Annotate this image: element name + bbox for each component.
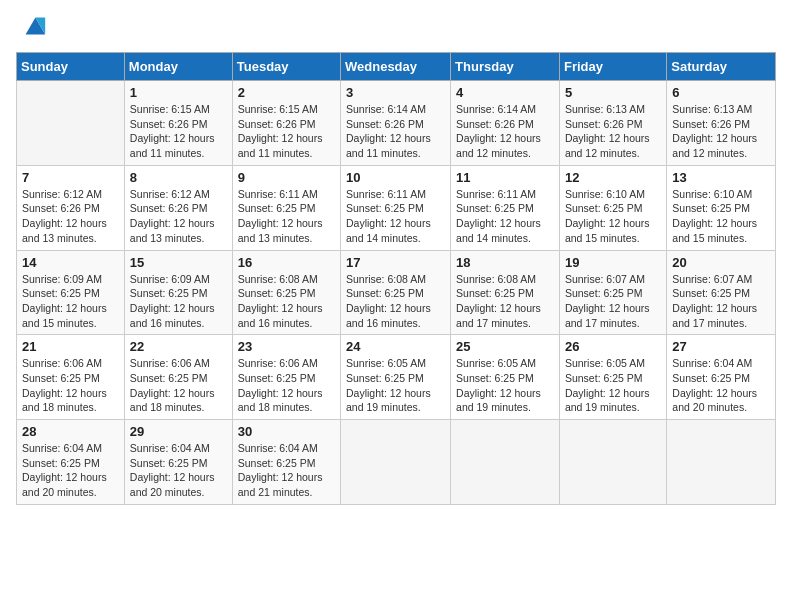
day-number: 16	[238, 255, 335, 270]
day-number: 7	[22, 170, 119, 185]
calendar-cell: 25Sunrise: 6:05 AM Sunset: 6:25 PM Dayli…	[451, 335, 560, 420]
calendar-cell: 27Sunrise: 6:04 AM Sunset: 6:25 PM Dayli…	[667, 335, 776, 420]
day-info: Sunrise: 6:09 AM Sunset: 6:25 PM Dayligh…	[22, 272, 119, 331]
day-info: Sunrise: 6:08 AM Sunset: 6:25 PM Dayligh…	[238, 272, 335, 331]
header-sunday: Sunday	[17, 53, 125, 81]
calendar-cell: 17Sunrise: 6:08 AM Sunset: 6:25 PM Dayli…	[341, 250, 451, 335]
day-number: 24	[346, 339, 445, 354]
day-number: 26	[565, 339, 661, 354]
logo	[16, 16, 48, 40]
calendar-cell: 8Sunrise: 6:12 AM Sunset: 6:26 PM Daylig…	[124, 165, 232, 250]
calendar-cell: 1Sunrise: 6:15 AM Sunset: 6:26 PM Daylig…	[124, 81, 232, 166]
calendar-cell: 22Sunrise: 6:06 AM Sunset: 6:25 PM Dayli…	[124, 335, 232, 420]
calendar-cell: 14Sunrise: 6:09 AM Sunset: 6:25 PM Dayli…	[17, 250, 125, 335]
day-info: Sunrise: 6:05 AM Sunset: 6:25 PM Dayligh…	[456, 356, 554, 415]
day-info: Sunrise: 6:04 AM Sunset: 6:25 PM Dayligh…	[238, 441, 335, 500]
day-number: 29	[130, 424, 227, 439]
calendar-week-3: 14Sunrise: 6:09 AM Sunset: 6:25 PM Dayli…	[17, 250, 776, 335]
day-info: Sunrise: 6:11 AM Sunset: 6:25 PM Dayligh…	[456, 187, 554, 246]
calendar-cell: 15Sunrise: 6:09 AM Sunset: 6:25 PM Dayli…	[124, 250, 232, 335]
day-number: 30	[238, 424, 335, 439]
calendar-cell	[451, 420, 560, 505]
calendar-cell: 18Sunrise: 6:08 AM Sunset: 6:25 PM Dayli…	[451, 250, 560, 335]
day-info: Sunrise: 6:14 AM Sunset: 6:26 PM Dayligh…	[346, 102, 445, 161]
calendar-cell: 19Sunrise: 6:07 AM Sunset: 6:25 PM Dayli…	[559, 250, 666, 335]
calendar-cell: 20Sunrise: 6:07 AM Sunset: 6:25 PM Dayli…	[667, 250, 776, 335]
day-info: Sunrise: 6:15 AM Sunset: 6:26 PM Dayligh…	[238, 102, 335, 161]
calendar-cell: 11Sunrise: 6:11 AM Sunset: 6:25 PM Dayli…	[451, 165, 560, 250]
day-info: Sunrise: 6:11 AM Sunset: 6:25 PM Dayligh…	[238, 187, 335, 246]
calendar-cell	[559, 420, 666, 505]
day-info: Sunrise: 6:14 AM Sunset: 6:26 PM Dayligh…	[456, 102, 554, 161]
day-info: Sunrise: 6:07 AM Sunset: 6:25 PM Dayligh…	[565, 272, 661, 331]
calendar-cell	[667, 420, 776, 505]
day-number: 27	[672, 339, 770, 354]
calendar-cell	[17, 81, 125, 166]
day-info: Sunrise: 6:13 AM Sunset: 6:26 PM Dayligh…	[672, 102, 770, 161]
day-info: Sunrise: 6:05 AM Sunset: 6:25 PM Dayligh…	[346, 356, 445, 415]
day-info: Sunrise: 6:12 AM Sunset: 6:26 PM Dayligh…	[130, 187, 227, 246]
day-number: 11	[456, 170, 554, 185]
calendar-cell: 26Sunrise: 6:05 AM Sunset: 6:25 PM Dayli…	[559, 335, 666, 420]
day-info: Sunrise: 6:08 AM Sunset: 6:25 PM Dayligh…	[456, 272, 554, 331]
day-info: Sunrise: 6:15 AM Sunset: 6:26 PM Dayligh…	[130, 102, 227, 161]
day-info: Sunrise: 6:04 AM Sunset: 6:25 PM Dayligh…	[130, 441, 227, 500]
day-number: 18	[456, 255, 554, 270]
calendar-cell: 23Sunrise: 6:06 AM Sunset: 6:25 PM Dayli…	[232, 335, 340, 420]
day-number: 28	[22, 424, 119, 439]
day-info: Sunrise: 6:04 AM Sunset: 6:25 PM Dayligh…	[22, 441, 119, 500]
calendar-table: SundayMondayTuesdayWednesdayThursdayFrid…	[16, 52, 776, 505]
calendar-cell: 10Sunrise: 6:11 AM Sunset: 6:25 PM Dayli…	[341, 165, 451, 250]
day-number: 2	[238, 85, 335, 100]
day-number: 3	[346, 85, 445, 100]
day-number: 8	[130, 170, 227, 185]
calendar-cell: 3Sunrise: 6:14 AM Sunset: 6:26 PM Daylig…	[341, 81, 451, 166]
calendar-week-5: 28Sunrise: 6:04 AM Sunset: 6:25 PM Dayli…	[17, 420, 776, 505]
header-wednesday: Wednesday	[341, 53, 451, 81]
day-info: Sunrise: 6:07 AM Sunset: 6:25 PM Dayligh…	[672, 272, 770, 331]
day-info: Sunrise: 6:05 AM Sunset: 6:25 PM Dayligh…	[565, 356, 661, 415]
calendar-week-4: 21Sunrise: 6:06 AM Sunset: 6:25 PM Dayli…	[17, 335, 776, 420]
day-number: 12	[565, 170, 661, 185]
calendar-cell: 9Sunrise: 6:11 AM Sunset: 6:25 PM Daylig…	[232, 165, 340, 250]
header-saturday: Saturday	[667, 53, 776, 81]
day-number: 9	[238, 170, 335, 185]
header-tuesday: Tuesday	[232, 53, 340, 81]
day-number: 4	[456, 85, 554, 100]
header-friday: Friday	[559, 53, 666, 81]
calendar-cell: 30Sunrise: 6:04 AM Sunset: 6:25 PM Dayli…	[232, 420, 340, 505]
day-info: Sunrise: 6:10 AM Sunset: 6:25 PM Dayligh…	[672, 187, 770, 246]
day-info: Sunrise: 6:08 AM Sunset: 6:25 PM Dayligh…	[346, 272, 445, 331]
day-number: 14	[22, 255, 119, 270]
day-number: 23	[238, 339, 335, 354]
day-info: Sunrise: 6:04 AM Sunset: 6:25 PM Dayligh…	[672, 356, 770, 415]
day-info: Sunrise: 6:11 AM Sunset: 6:25 PM Dayligh…	[346, 187, 445, 246]
day-number: 10	[346, 170, 445, 185]
calendar-cell: 4Sunrise: 6:14 AM Sunset: 6:26 PM Daylig…	[451, 81, 560, 166]
calendar-week-2: 7Sunrise: 6:12 AM Sunset: 6:26 PM Daylig…	[17, 165, 776, 250]
page-header	[16, 16, 776, 40]
calendar-cell: 13Sunrise: 6:10 AM Sunset: 6:25 PM Dayli…	[667, 165, 776, 250]
day-number: 6	[672, 85, 770, 100]
header-thursday: Thursday	[451, 53, 560, 81]
day-number: 22	[130, 339, 227, 354]
calendar-cell: 29Sunrise: 6:04 AM Sunset: 6:25 PM Dayli…	[124, 420, 232, 505]
day-number: 21	[22, 339, 119, 354]
day-number: 5	[565, 85, 661, 100]
calendar-cell: 16Sunrise: 6:08 AM Sunset: 6:25 PM Dayli…	[232, 250, 340, 335]
calendar-cell: 5Sunrise: 6:13 AM Sunset: 6:26 PM Daylig…	[559, 81, 666, 166]
day-info: Sunrise: 6:06 AM Sunset: 6:25 PM Dayligh…	[130, 356, 227, 415]
day-number: 17	[346, 255, 445, 270]
day-number: 20	[672, 255, 770, 270]
calendar-cell: 6Sunrise: 6:13 AM Sunset: 6:26 PM Daylig…	[667, 81, 776, 166]
day-number: 13	[672, 170, 770, 185]
calendar-cell: 7Sunrise: 6:12 AM Sunset: 6:26 PM Daylig…	[17, 165, 125, 250]
day-info: Sunrise: 6:13 AM Sunset: 6:26 PM Dayligh…	[565, 102, 661, 161]
calendar-cell: 2Sunrise: 6:15 AM Sunset: 6:26 PM Daylig…	[232, 81, 340, 166]
calendar-header-row: SundayMondayTuesdayWednesdayThursdayFrid…	[17, 53, 776, 81]
header-monday: Monday	[124, 53, 232, 81]
calendar-cell: 28Sunrise: 6:04 AM Sunset: 6:25 PM Dayli…	[17, 420, 125, 505]
calendar-week-1: 1Sunrise: 6:15 AM Sunset: 6:26 PM Daylig…	[17, 81, 776, 166]
calendar-cell	[341, 420, 451, 505]
day-info: Sunrise: 6:06 AM Sunset: 6:25 PM Dayligh…	[22, 356, 119, 415]
